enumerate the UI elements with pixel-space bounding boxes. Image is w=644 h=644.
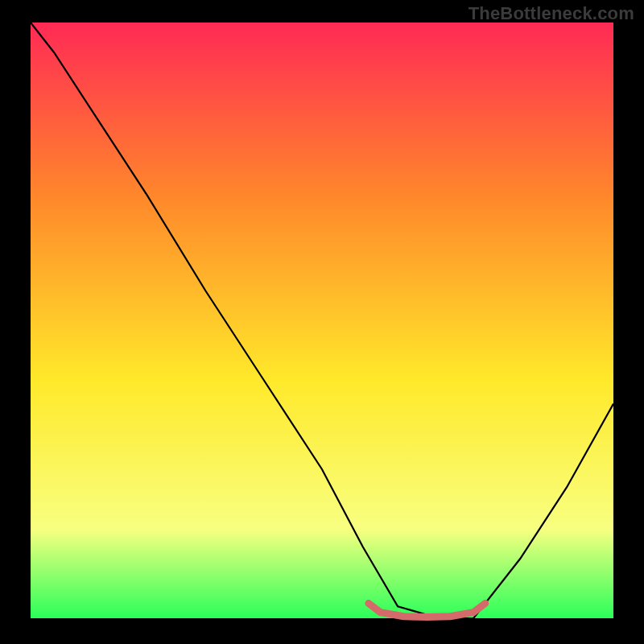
- plot-area: [31, 23, 613, 618]
- bottleneck-chart: [0, 0, 644, 644]
- watermark-text: TheBottleneck.com: [469, 3, 634, 24]
